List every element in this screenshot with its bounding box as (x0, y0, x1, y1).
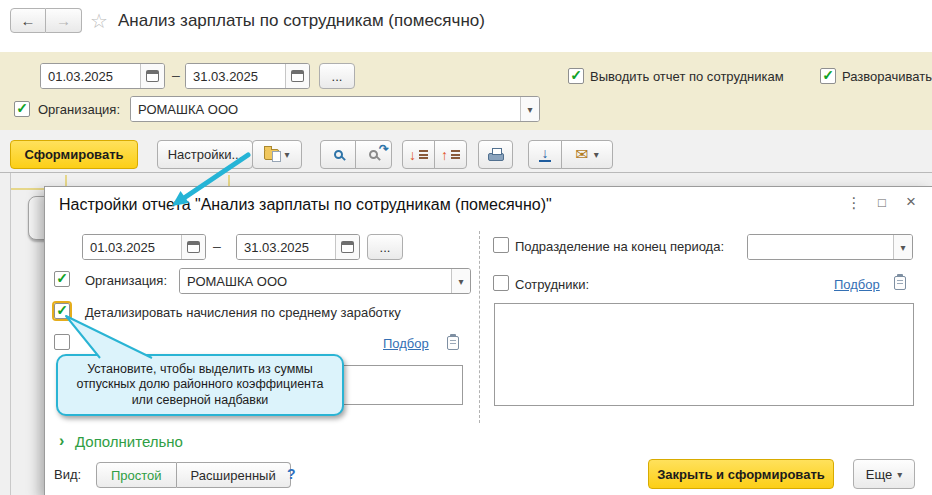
left-pick-link[interactable]: Подбор (383, 336, 429, 351)
list-lines-icon (451, 150, 460, 159)
dropdown-button[interactable]: ▾ (451, 269, 470, 293)
email-icon: ✉ (575, 147, 588, 163)
employees-pick-link[interactable]: Подбор (834, 277, 880, 292)
organization-value[interactable]: РОМАШКА ООО (180, 269, 451, 293)
dropdown-button[interactable]: ▾ (893, 235, 912, 259)
date-to-value[interactable]: 31.03.2025 (237, 235, 335, 259)
dialog-date-from-field[interactable]: 01.03.2025 (82, 234, 206, 260)
search-icon (334, 150, 343, 159)
generate-button[interactable]: Сформировать (10, 140, 138, 169)
report-settings-dialog: Настройки отчета "Анализ зарплаты по сот… (44, 186, 932, 495)
date-to-field[interactable]: 31.03.2025 (185, 63, 310, 89)
favorite-star-icon[interactable]: ☆ (90, 9, 108, 33)
grid-line (10, 173, 11, 495)
dialog-close-icon[interactable]: × (901, 192, 921, 212)
send-email-button[interactable]: ✉ ▾ (561, 140, 613, 169)
dialog-organization-combo[interactable]: РОМАШКА ООО ▾ (179, 268, 471, 294)
additional-section-link[interactable]: Дополнительно (75, 433, 183, 450)
organization-value[interactable]: РОМАШКА ООО (131, 97, 520, 121)
employees-checkbox[interactable] (493, 275, 509, 291)
calendar-button[interactable] (335, 235, 359, 259)
department-checkbox[interactable] (493, 237, 509, 253)
report-variants-button[interactable]: ▾ (252, 140, 302, 169)
dialog-organization-label: Организация: (85, 273, 167, 288)
date-from-value[interactable]: 01.03.2025 (41, 64, 140, 88)
grid-line (65, 175, 67, 186)
settings-button[interactable]: Настройки... (157, 140, 253, 169)
panel-splitter[interactable] (479, 231, 480, 423)
clipboard-icon[interactable] (447, 336, 459, 350)
dialog-date-to-field[interactable]: 31.03.2025 (236, 234, 360, 260)
forward-icon: → (56, 12, 71, 29)
app-window: ← → ☆ Анализ зарплаты по сотрудникам (по… (0, 0, 932, 495)
dialog-maximize-icon[interactable]: □ (872, 195, 892, 210)
print-button[interactable] (478, 140, 513, 169)
view-simple-button[interactable]: Простой (96, 462, 177, 488)
dialog-title: Настройки отчета "Анализ зарплаты по сот… (59, 196, 552, 214)
department-value[interactable] (748, 235, 893, 259)
printer-icon (488, 153, 504, 161)
check-icon: ✓ (56, 270, 68, 286)
left-hidden-checkbox[interactable] (54, 334, 70, 350)
chevron-down-icon: ▾ (527, 104, 532, 115)
department-combo[interactable]: ▾ (747, 234, 913, 260)
view-switch: Простой Расширенный (96, 462, 291, 488)
save-button[interactable]: ↓ (528, 140, 562, 169)
list-lines-icon (419, 150, 428, 159)
show-employees-label: Выводить отчет по сотрудникам (590, 69, 784, 84)
date-from-value[interactable]: 01.03.2025 (83, 235, 181, 259)
date-from-field[interactable]: 01.03.2025 (40, 63, 165, 89)
grid-line (11, 188, 45, 190)
chevron-down-icon: ▾ (900, 242, 905, 253)
clipboard-icon[interactable] (894, 276, 906, 290)
arrow-down-icon: ↓ (409, 148, 416, 162)
nav-buttons: ← → (10, 8, 82, 33)
redo-arrow-icon: ↷ (379, 142, 389, 156)
organization-combo[interactable]: РОМАШКА ООО ▾ (130, 96, 540, 122)
dialog-period-more-button[interactable]: ... (367, 234, 403, 260)
chevron-down-icon: ▾ (284, 149, 289, 160)
view-extended-button[interactable]: Расширенный (177, 462, 291, 488)
close-and-generate-button[interactable]: Закрыть и сформировать (648, 459, 834, 489)
find-next-button[interactable]: ↷ (355, 140, 392, 169)
help-icon[interactable]: ? (287, 466, 296, 482)
dialog-more-icon[interactable]: ⋮ (844, 194, 864, 212)
organization-checkbox[interactable]: ✓ (14, 101, 30, 117)
dialog-organization-checkbox[interactable]: ✓ (54, 271, 70, 287)
check-icon: ✓ (16, 100, 28, 116)
employees-list-box[interactable] (494, 303, 914, 406)
back-icon: ← (21, 12, 36, 29)
page-title: Анализ зарплаты по сотрудникам (помесячн… (118, 11, 485, 31)
check-icon: ✓ (56, 302, 68, 318)
view-extended-label: Расширенный (191, 468, 276, 483)
expand-checkbox[interactable]: ✓ (820, 68, 836, 84)
date-range-dash: – (213, 238, 221, 254)
calendar-icon (341, 241, 354, 253)
calendar-button[interactable] (140, 64, 164, 88)
expand-groups-button[interactable]: ↑ (434, 140, 467, 169)
period-more-button[interactable]: ... (319, 63, 355, 89)
download-icon: ↓ (539, 147, 551, 162)
search-button[interactable] (320, 140, 356, 169)
back-button[interactable]: ← (10, 8, 46, 33)
detail-avg-earnings-checkbox[interactable]: ✓ (54, 303, 70, 319)
show-employees-checkbox[interactable]: ✓ (568, 68, 584, 84)
forward-button[interactable]: → (46, 8, 82, 33)
filter-band: 01.03.2025 – 31.03.2025 ... ✓ Выводить о… (0, 52, 932, 130)
dropdown-button[interactable]: ▾ (520, 97, 539, 121)
header: ← → ☆ Анализ зарплаты по сотрудникам (по… (0, 0, 932, 52)
chevron-down-icon: ▾ (594, 149, 599, 160)
period-more-label: ... (380, 240, 391, 255)
more-button[interactable]: Еще ▾ (853, 459, 915, 489)
calendar-button[interactable] (285, 64, 309, 88)
date-range-dash: – (172, 67, 180, 83)
organization-label: Организация: (38, 102, 120, 117)
department-label: Подразделение на конец периода: (515, 239, 724, 254)
toolbar: Сформировать Настройки... ▾ ↷ ↓ ↑ ↓ ✉ ▾ (0, 130, 932, 173)
calendar-icon (291, 70, 304, 82)
date-to-value[interactable]: 31.03.2025 (186, 64, 285, 88)
calendar-icon (187, 241, 200, 253)
collapse-groups-button[interactable]: ↓ (402, 140, 435, 169)
view-simple-label: Простой (111, 468, 162, 483)
calendar-button[interactable] (181, 235, 205, 259)
